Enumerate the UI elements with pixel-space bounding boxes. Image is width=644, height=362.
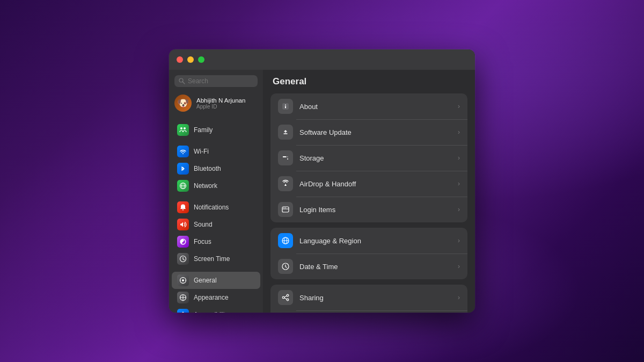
svg-point-30 — [287, 158, 288, 160]
sidebar-item-network[interactable]: Network — [172, 177, 260, 194]
sidebar-item-general[interactable]: General — [172, 272, 260, 289]
general-icon — [177, 274, 189, 286]
date-icon — [278, 259, 293, 274]
settings-row-date[interactable]: Date & Time › — [270, 254, 467, 279]
search-input[interactable] — [188, 77, 253, 85]
sharing-icon — [278, 290, 293, 305]
sidebar-item-focus[interactable]: Focus — [172, 233, 260, 250]
svg-point-40 — [287, 299, 289, 301]
network-icon — [177, 180, 189, 192]
sidebar-item-sound[interactable]: Sound — [172, 216, 260, 233]
settings-group-1: About › Software Update › — [270, 93, 467, 222]
about-label: About — [299, 103, 451, 111]
svg-point-34 — [285, 207, 286, 208]
sidebar-item-wifi[interactable]: Wi-Fi — [172, 143, 260, 160]
settings-group-3: Sharing › Time Machine › — [270, 285, 467, 313]
sharing-label: Sharing — [299, 294, 451, 302]
svg-point-2 — [180, 127, 182, 129]
settings-row-about[interactable]: About › — [270, 93, 467, 119]
storage-icon — [278, 150, 293, 165]
user-profile[interactable]: 🐶 Abhijith N Arjunan Apple ID — [169, 91, 263, 115]
sidebar-item-family[interactable]: Family — [172, 121, 260, 139]
sidebar-item-bluetooth[interactable]: Bluetooth — [172, 160, 260, 177]
sidebar-label-accessibility: Accessibility — [194, 311, 229, 313]
page-title: General — [270, 76, 467, 87]
sidebar-label-notifications: Notifications — [194, 204, 229, 211]
sidebar-item-screentime[interactable]: Screen Time — [172, 250, 260, 267]
sidebar-item-accessibility[interactable]: Accessibility — [172, 306, 260, 313]
date-chevron: › — [458, 263, 460, 270]
window-body: 🐶 Abhijith N Arjunan Apple ID — [169, 70, 475, 313]
maximize-button[interactable] — [198, 56, 204, 63]
login-label: Login Items — [299, 206, 451, 214]
svg-point-10 — [182, 279, 184, 281]
airdrop-chevron: › — [458, 180, 460, 187]
settings-row-airdrop[interactable]: AirDrop & Handoff › — [270, 171, 467, 197]
svg-point-3 — [184, 127, 186, 129]
sidebar-item-notifications[interactable]: Notifications — [172, 199, 260, 216]
login-chevron: › — [458, 206, 460, 213]
software-label: Software Update — [299, 128, 451, 136]
airdrop-label: AirDrop & Handoff — [299, 180, 451, 188]
avatar: 🐶 — [174, 95, 192, 112]
software-icon — [278, 125, 293, 140]
titlebar — [169, 49, 475, 70]
storage-chevron: › — [458, 154, 460, 162]
language-chevron: › — [458, 237, 460, 244]
bluetooth-icon — [177, 163, 189, 175]
sidebar-label-focus: Focus — [194, 238, 211, 245]
language-icon — [278, 233, 293, 248]
accessibility-icon — [177, 309, 189, 313]
svg-point-0 — [179, 78, 183, 82]
focus-icon — [177, 236, 189, 248]
settings-row-sharing[interactable]: Sharing › — [270, 285, 467, 310]
login-icon — [278, 202, 293, 217]
sidebar-label-network: Network — [194, 182, 217, 190]
sidebar-label-appearance: Appearance — [194, 294, 229, 301]
notifications-icon — [177, 201, 189, 213]
search-container — [169, 70, 263, 91]
main-content: General About › — [263, 70, 475, 313]
svg-point-16 — [182, 312, 184, 313]
svg-line-42 — [284, 296, 287, 297]
minimize-button[interactable] — [187, 56, 194, 63]
svg-line-43 — [284, 298, 287, 299]
sidebar-label-screentime: Screen Time — [194, 255, 230, 263]
sidebar-label-sound: Sound — [194, 221, 213, 228]
sidebar-label-family: Family — [194, 126, 213, 134]
user-subtitle: Apple ID — [196, 104, 245, 110]
settings-row-software[interactable]: Software Update › — [270, 119, 467, 145]
svg-point-4 — [182, 153, 184, 154]
svg-point-23 — [285, 105, 286, 106]
appearance-icon — [177, 292, 189, 303]
settings-row-timemachine[interactable]: Time Machine › — [270, 310, 467, 313]
sound-icon — [177, 219, 189, 230]
search-icon — [179, 78, 185, 84]
svg-line-1 — [183, 82, 185, 84]
search-box[interactable] — [174, 75, 258, 87]
user-info: Abhijith N Arjunan Apple ID — [196, 97, 245, 110]
svg-point-41 — [282, 296, 284, 299]
settings-group-2: Language & Region › Date & Time › — [270, 228, 467, 279]
sharing-chevron: › — [458, 294, 460, 301]
user-name: Abhijith N Arjunan — [196, 97, 245, 104]
date-label: Date & Time — [299, 263, 451, 271]
sidebar-label-wifi: Wi-Fi — [194, 148, 209, 155]
storage-label: Storage — [299, 154, 451, 162]
system-preferences-window: 🐶 Abhijith N Arjunan Apple ID — [169, 49, 475, 313]
settings-row-login[interactable]: Login Items › — [270, 197, 467, 222]
software-chevron: › — [458, 128, 460, 136]
settings-row-language[interactable]: Language & Region › — [270, 228, 467, 254]
sidebar-item-appearance[interactable]: Appearance — [172, 289, 260, 306]
settings-row-storage[interactable]: Storage › — [270, 145, 467, 171]
airdrop-icon — [278, 176, 293, 191]
svg-point-33 — [283, 207, 284, 208]
family-icon — [177, 124, 189, 136]
about-icon — [278, 99, 293, 114]
svg-rect-24 — [285, 106, 286, 108]
about-chevron: › — [458, 103, 460, 110]
sidebar-label-bluetooth: Bluetooth — [194, 165, 221, 172]
sidebar-label-general: General — [194, 277, 217, 284]
close-button[interactable] — [177, 56, 183, 63]
language-label: Language & Region — [299, 237, 451, 245]
